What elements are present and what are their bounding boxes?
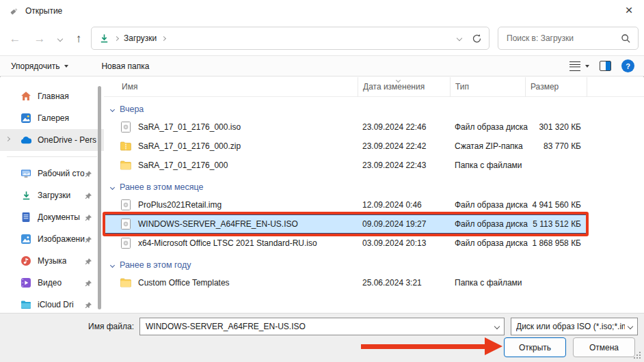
sidebar-item-label: Галерея [38, 113, 69, 123]
group-label: Ранее в этом году [120, 260, 191, 270]
sidebar-item-label: Рабочий сто [38, 169, 85, 178]
organize-button[interactable]: Упорядочить [11, 61, 68, 71]
main-area: Главная Галерея OneDrive - Pers [0, 77, 644, 313]
preview-pane-button[interactable] [600, 61, 611, 71]
help-icon[interactable]: ? [621, 59, 634, 72]
file-type-filter-select[interactable]: Диск или образ ISO (*.iso;*.im [511, 318, 638, 335]
footer-bar: Имя файла: Диск или образ ISO (*.iso;*.i… [0, 313, 644, 362]
column-header-name[interactable]: Имя [104, 77, 358, 97]
cancel-button[interactable]: Отмена [573, 337, 635, 357]
open-button[interactable]: Открыть [504, 337, 566, 357]
chevron-down-icon [110, 262, 115, 267]
back-icon[interactable]: ← [5, 29, 25, 48]
file-row[interactable]: ProPlus2021Retail.img 12.09.2024 0:46 Фа… [104, 195, 587, 214]
file-type: Файл образа диска [450, 200, 525, 210]
filename-input[interactable] [139, 318, 505, 335]
sidebar-item-pictures[interactable]: Изображени [0, 228, 104, 250]
search-input[interactable] [505, 33, 620, 44]
desktop-icon [21, 168, 31, 179]
chevron-down-icon [64, 65, 68, 68]
group-header-earlier-this-year[interactable]: Ранее в этом году [104, 257, 644, 273]
sidebar-item-documents[interactable]: Документы [0, 206, 104, 228]
sidebar-scrollbar[interactable] [98, 86, 101, 309]
file-row[interactable]: SaRA_17_01_2176_000.iso 23.09.2024 22:46… [104, 117, 587, 137]
sidebar-item-onedrive[interactable]: OneDrive - Pers [0, 129, 104, 151]
file-name: SaRA_17_01_2176_000 [138, 161, 228, 170]
pin-icon [83, 191, 94, 201]
documents-icon [21, 212, 31, 223]
file-size: 5 113 512 КБ [525, 219, 587, 229]
disc-image-file-icon [120, 122, 131, 133]
history-chevron-icon[interactable] [53, 29, 67, 48]
organize-label: Упорядочить [11, 61, 59, 71]
sidebar-item-icloud[interactable]: iCloud Dri [0, 294, 104, 313]
sidebar-item-label: Видео [38, 278, 62, 288]
file-type: Папка с файлами [450, 278, 525, 288]
file-date: 23.09.2024 22:42 [358, 141, 450, 151]
annotation-arrow-line [361, 344, 485, 349]
file-name: SaRA_17_01_2176_000.iso [138, 122, 241, 132]
navigation-bar: ← → ↑ Загрузки [0, 22, 644, 56]
close-icon[interactable]: × [614, 0, 644, 20]
address-bar[interactable]: Загрузки [91, 27, 489, 50]
new-folder-label: Новая папка [101, 61, 149, 71]
pin-icon [83, 278, 94, 289]
onedrive-cloud-icon [21, 135, 31, 145]
file-row-selected[interactable]: WINDOWS-SERVER_A64FRE_EN-US.ISO 09.09.20… [104, 214, 587, 234]
sidebar-item-desktop[interactable]: Рабочий сто [0, 163, 104, 184]
filename-combo [139, 318, 505, 335]
column-header-date[interactable]: Дата изменения [358, 77, 450, 97]
column-header-size[interactable]: Размер [525, 77, 587, 97]
file-row[interactable]: SaRA_17_01_2176_000.zip 23.09.2024 22:42… [104, 137, 587, 156]
sidebar-item-downloads[interactable]: Загрузки [0, 184, 104, 206]
sidebar-item-label: OneDrive - Pers [38, 135, 96, 145]
file-date: 03.09.2024 20:13 [358, 238, 450, 248]
disc-image-file-icon [120, 219, 131, 229]
up-icon[interactable]: ↑ [69, 29, 88, 48]
file-row[interactable]: SaRA_17_01_2176_000 23.09.2024 22:43 Пап… [104, 156, 587, 175]
group-header-earlier-this-month[interactable]: Ранее в этом месяце [104, 179, 644, 195]
file-row[interactable]: Custom Office Templates 25.06.2024 3:21 … [104, 273, 587, 292]
file-size: 83 770 КБ [525, 141, 587, 151]
breadcrumb[interactable]: Загрузки [124, 33, 157, 43]
file-name: SaRA_17_01_2176_000.zip [138, 141, 241, 151]
address-dropdown-icon[interactable] [457, 36, 462, 41]
titlebar: Открытие × [0, 0, 644, 22]
pin-icon [83, 169, 94, 180]
sidebar-item-music[interactable]: Музыка [0, 250, 104, 272]
resize-grip[interactable] [634, 352, 641, 359]
file-row[interactable]: x64-Microsoft Office LTSC 2021 Standard-… [104, 234, 587, 253]
sidebar-divider [7, 156, 97, 157]
chevron-down-icon [628, 324, 633, 329]
view-mode-button[interactable] [569, 61, 589, 71]
sidebar-item-home[interactable]: Главная [0, 85, 104, 107]
file-date: 25.06.2024 3:21 [358, 278, 450, 288]
annotation-arrow-head [485, 337, 502, 355]
file-size: 1 868 958 КБ [525, 238, 587, 248]
command-bar: Упорядочить Новая папка ? [0, 56, 644, 76]
new-folder-button[interactable]: Новая папка [101, 61, 149, 71]
folder-icon [120, 160, 131, 171]
file-type: Файл образа диска [450, 238, 525, 248]
group-header-yesterday[interactable]: Вчера [104, 101, 644, 117]
pin-icon [83, 212, 94, 223]
sidebar-item-gallery[interactable]: Галерея [0, 107, 104, 129]
file-name: WINDOWS-SERVER_A64FRE_EN-US.ISO [138, 219, 298, 229]
sidebar-item-label: Главная [38, 92, 69, 101]
group-label: Вчера [120, 105, 144, 114]
file-name: x64-Microsoft Office LTSC 2021 Standard-… [138, 238, 317, 248]
file-date: 12.09.2024 0:46 [358, 200, 450, 210]
filename-label: Имя файла: [0, 318, 134, 335]
sidebar-item-videos[interactable]: Видео [0, 272, 104, 294]
downloads-icon [21, 190, 31, 201]
folder-icon [120, 277, 131, 288]
forward-icon[interactable]: → [30, 29, 49, 48]
column-header-type[interactable]: Тип [450, 77, 525, 97]
list-view-icon [569, 61, 580, 71]
search-icon[interactable] [620, 33, 631, 44]
expand-chevron-icon[interactable] [5, 137, 10, 141]
refresh-icon[interactable] [471, 33, 482, 44]
file-date: 23.09.2024 22:43 [358, 161, 450, 170]
music-icon [21, 255, 31, 266]
downloads-icon [98, 33, 109, 44]
